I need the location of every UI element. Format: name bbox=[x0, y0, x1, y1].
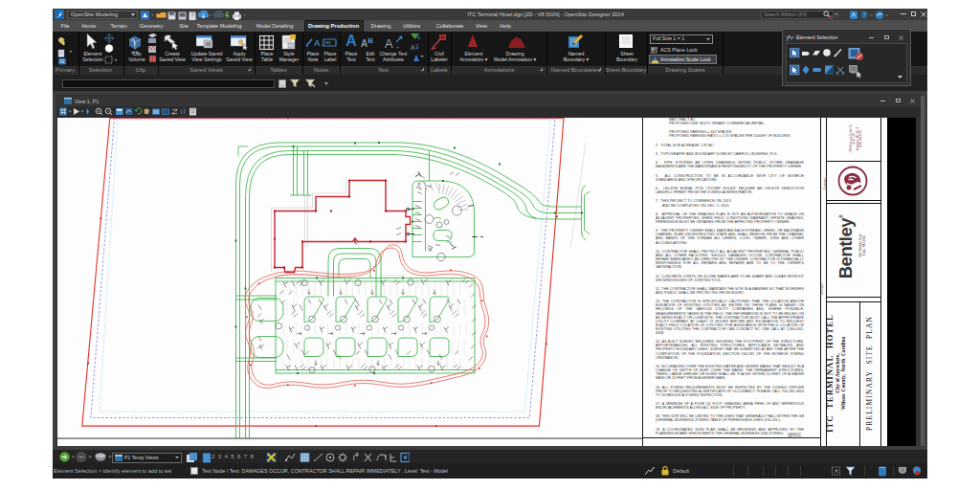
svg-text:A: A bbox=[411, 44, 415, 51]
svg-text:A: A bbox=[314, 38, 321, 47]
svg-text:+: + bbox=[396, 44, 400, 50]
svg-text:?: ? bbox=[862, 11, 866, 18]
svg-text:A: A bbox=[385, 36, 393, 50]
svg-text:01: 01 bbox=[59, 59, 65, 64]
